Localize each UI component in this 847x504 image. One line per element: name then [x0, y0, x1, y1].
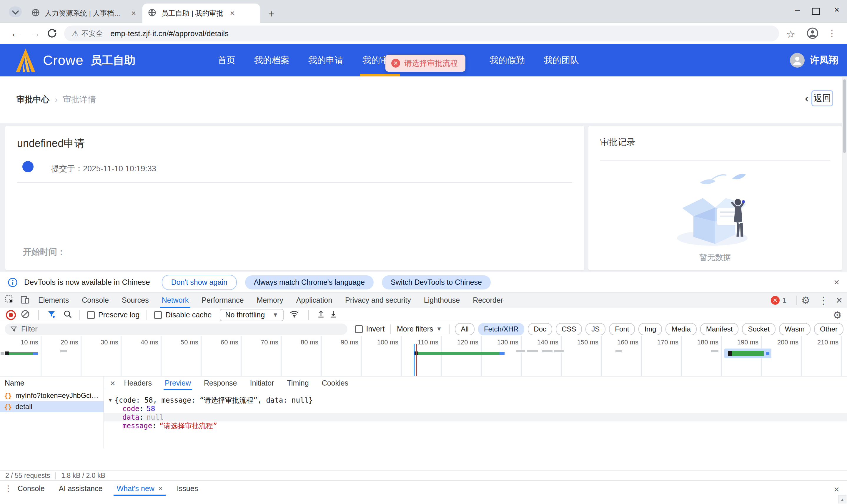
- request-row-myInfo[interactable]: {}myInfo?token=eyJhbGciOiJI...: [0, 390, 104, 401]
- profile-avatar-icon[interactable]: [807, 27, 819, 40]
- clear-network-log-icon[interactable]: [21, 309, 30, 321]
- address-bar[interactable]: ⚠ 不安全 emp-test.zjf-it.cn/#/approval/deta…: [64, 25, 779, 41]
- invert-checkbox[interactable]: [355, 325, 363, 333]
- security-chip[interactable]: ⚠ 不安全: [72, 29, 103, 38]
- json-property-code[interactable]: code:58: [104, 404, 847, 413]
- devtools-tab-lighthouse[interactable]: Lighthouse: [424, 293, 460, 308]
- drawer-tab-console[interactable]: Console: [18, 481, 45, 496]
- filter-chip-media[interactable]: Media: [666, 323, 696, 335]
- scroll-up-arrow[interactable]: ▲: [838, 495, 846, 503]
- new-tab-button[interactable]: ＋: [266, 8, 276, 18]
- device-toolbar-icon[interactable]: [20, 295, 30, 306]
- banner-button[interactable]: Switch DevTools to Chinese: [382, 275, 491, 289]
- filter-chip-all[interactable]: All: [455, 323, 474, 335]
- devtools-tab-application[interactable]: Application: [296, 293, 332, 308]
- filter-chip-img[interactable]: Img: [638, 323, 662, 335]
- devtools-tab-network[interactable]: Network: [162, 293, 189, 308]
- filter-chip-socket[interactable]: Socket: [742, 323, 775, 335]
- nav-item-首页[interactable]: 首页: [218, 44, 235, 76]
- network-conditions-icon[interactable]: [289, 309, 299, 321]
- detail-tab-response[interactable]: Response: [204, 376, 237, 390]
- json-property-message[interactable]: message:“请选择审批流程”: [104, 421, 847, 430]
- window-maximize-button[interactable]: [812, 7, 820, 15]
- detail-tab-cookies[interactable]: Cookies: [322, 376, 348, 390]
- browser-menu-dots-icon[interactable]: ⋮: [828, 28, 836, 38]
- devtools-tab-console[interactable]: Console: [82, 293, 109, 308]
- reload-icon[interactable]: [47, 28, 58, 40]
- brand-logo[interactable]: Crowe 员工自助: [14, 44, 135, 76]
- back-arrow-icon[interactable]: ←: [11, 27, 21, 39]
- nav-item-我的假勤[interactable]: 我的假勤: [489, 44, 525, 76]
- devtools-tab-privacy-and-security[interactable]: Privacy and security: [345, 293, 411, 308]
- app-navbar: Crowe 员工自助 首页我的档案我的申请我的审批我的假勤我的团队 ✕ 请选择审…: [0, 44, 847, 76]
- export-har-icon[interactable]: [329, 310, 338, 320]
- filter-chip-css[interactable]: CSS: [556, 323, 582, 335]
- nav-item-我的团队[interactable]: 我的团队: [544, 44, 579, 76]
- search-icon[interactable]: [63, 309, 72, 321]
- drawer-close-icon[interactable]: ×: [834, 484, 839, 495]
- breadcrumb-root[interactable]: 审批中心: [16, 94, 49, 105]
- drawer-tab-issues[interactable]: Issues: [177, 481, 198, 496]
- filter-input[interactable]: Filter: [5, 324, 347, 335]
- drawer-menu-dots-icon[interactable]: ⋮: [4, 484, 12, 493]
- browser-tab-active[interactable]: 员工自助 | 我的审批 ×: [142, 3, 260, 23]
- json-property-data[interactable]: data:null: [104, 413, 847, 421]
- preserve-log-checkbox[interactable]: [87, 311, 95, 319]
- detail-tab-initiator[interactable]: Initiator: [250, 376, 274, 390]
- devtools-close-icon[interactable]: ×: [836, 294, 842, 307]
- drawer-tab-what-s-new[interactable]: What's new×: [117, 481, 162, 496]
- detail-tab-headers[interactable]: Headers: [124, 376, 152, 390]
- settings-gear-icon[interactable]: ⚙: [801, 294, 810, 306]
- timeline-event-line: [414, 344, 415, 376]
- devtools-menu-dots-icon[interactable]: ⋮: [818, 294, 828, 306]
- user-menu[interactable]: 许凤翔: [790, 44, 838, 76]
- inspect-icon[interactable]: [5, 295, 15, 306]
- browser-tab-inactive[interactable]: 人力资源系统 | 人事档案管理 ×: [26, 3, 141, 23]
- back-button[interactable]: ‹ 返回: [805, 92, 831, 105]
- drawer-tab-ai-assistance[interactable]: AI assistance: [59, 481, 103, 496]
- devtools-tabbar-right: ✕ 1 ⚙ ⋮ ×: [771, 293, 842, 308]
- network-settings-gear-icon[interactable]: ⚙: [833, 309, 842, 321]
- error-badge-icon[interactable]: ✕: [771, 296, 780, 305]
- throttling-select[interactable]: No throttling ▼: [220, 309, 283, 321]
- tab-close-icon[interactable]: ×: [230, 8, 235, 18]
- tab-search-button[interactable]: [9, 6, 22, 17]
- more-filters-button[interactable]: More filters: [397, 325, 433, 333]
- filter-chip-font[interactable]: Font: [609, 323, 635, 335]
- request-list-header[interactable]: Name: [0, 376, 104, 390]
- nav-item-我的申请[interactable]: 我的申请: [308, 44, 344, 76]
- filter-chip-other[interactable]: Other: [814, 323, 844, 335]
- devtools-tab-sources[interactable]: Sources: [122, 293, 149, 308]
- import-har-icon[interactable]: [316, 310, 325, 320]
- devtools-tab-memory[interactable]: Memory: [257, 293, 283, 308]
- filter-chip-js[interactable]: JS: [586, 323, 605, 335]
- window-minimize-button[interactable]: –: [795, 5, 800, 15]
- tab-close-icon[interactable]: ×: [131, 8, 136, 18]
- detail-tab-preview[interactable]: Preview: [165, 376, 191, 390]
- banner-button[interactable]: Don't show again: [162, 275, 237, 290]
- filter-chip-manifest[interactable]: Manifest: [700, 323, 739, 335]
- filter-chip-fetch-xhr[interactable]: Fetch/XHR: [478, 323, 524, 335]
- network-overview-timeline[interactable]: 10 ms20 ms30 ms40 ms50 ms60 ms70 ms80 ms…: [0, 336, 847, 376]
- filter-funnel-icon[interactable]: [47, 310, 56, 320]
- window-close-button[interactable]: ×: [834, 5, 839, 15]
- json-summary-row[interactable]: ▼ {code: 58, message: “请选择审批流程”, data: n…: [104, 396, 847, 404]
- detail-tab-timing[interactable]: Timing: [287, 376, 309, 390]
- devtools-tab-recorder[interactable]: Recorder: [473, 293, 503, 308]
- disable-cache-checkbox[interactable]: [154, 311, 162, 319]
- banner-close-icon[interactable]: ×: [834, 277, 839, 288]
- devtools-tab-performance[interactable]: Performance: [202, 293, 244, 308]
- banner-button[interactable]: Always match Chrome's language: [245, 275, 374, 289]
- request-row-detail[interactable]: {}detail: [0, 401, 104, 412]
- bookmark-star-icon[interactable]: ☆: [786, 28, 795, 40]
- tree-expand-icon[interactable]: ▼: [109, 397, 112, 403]
- record-network-log-icon[interactable]: [6, 310, 16, 320]
- forward-arrow-icon[interactable]: →: [30, 27, 40, 39]
- close-detail-icon[interactable]: ×: [110, 378, 115, 388]
- page-scrollbar-thumb[interactable]: [843, 79, 846, 153]
- drawer-tab-close-icon[interactable]: ×: [159, 484, 163, 492]
- nav-item-我的档案[interactable]: 我的档案: [254, 44, 290, 76]
- devtools-tab-elements[interactable]: Elements: [38, 293, 69, 308]
- filter-chip-doc[interactable]: Doc: [528, 323, 552, 335]
- filter-chip-wasm[interactable]: Wasm: [779, 323, 811, 335]
